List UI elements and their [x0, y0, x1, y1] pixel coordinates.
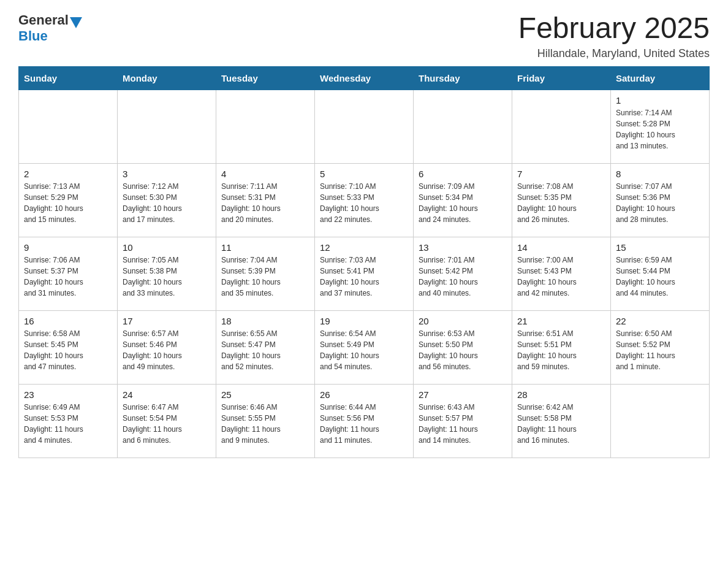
logo-general-text: General — [18, 12, 69, 28]
calendar-cell: 26Sunrise: 6:44 AMSunset: 5:56 PMDayligh… — [315, 384, 414, 458]
day-number: 1 — [616, 95, 704, 105]
calendar-week-row: 16Sunrise: 6:58 AMSunset: 5:45 PMDayligh… — [19, 310, 710, 384]
day-number: 15 — [616, 242, 704, 253]
day-number: 18 — [221, 316, 309, 326]
calendar-cell: 10Sunrise: 7:05 AMSunset: 5:38 PMDayligh… — [118, 237, 216, 310]
calendar-cell: 21Sunrise: 6:51 AMSunset: 5:51 PMDayligh… — [512, 310, 611, 384]
day-info: Sunrise: 6:59 AMSunset: 5:44 PMDaylight:… — [616, 255, 704, 299]
day-info: Sunrise: 6:51 AMSunset: 5:51 PMDaylight:… — [517, 328, 605, 372]
calendar-cell — [216, 90, 315, 163]
day-number: 19 — [320, 316, 408, 326]
calendar-cell: 19Sunrise: 6:54 AMSunset: 5:49 PMDayligh… — [315, 310, 414, 384]
day-number: 21 — [517, 316, 605, 326]
logo: General Blue — [18, 12, 83, 44]
day-info: Sunrise: 7:09 AMSunset: 5:34 PMDaylight:… — [419, 181, 507, 225]
day-number: 3 — [123, 169, 211, 179]
calendar-cell: 17Sunrise: 6:57 AMSunset: 5:46 PMDayligh… — [118, 310, 216, 384]
weekday-header-wednesday: Wednesday — [315, 66, 414, 90]
day-info: Sunrise: 6:54 AMSunset: 5:49 PMDaylight:… — [320, 328, 408, 372]
day-number: 2 — [24, 169, 112, 179]
calendar-cell — [611, 384, 710, 458]
calendar-cell — [118, 90, 216, 163]
day-info: Sunrise: 6:42 AMSunset: 5:58 PMDaylight:… — [517, 402, 605, 446]
logo-triangle-icon — [70, 17, 82, 28]
day-info: Sunrise: 6:55 AMSunset: 5:47 PMDaylight:… — [221, 328, 309, 372]
weekday-header-row: SundayMondayTuesdayWednesdayThursdayFrid… — [19, 66, 710, 90]
calendar-cell: 16Sunrise: 6:58 AMSunset: 5:45 PMDayligh… — [19, 310, 118, 384]
calendar-cell — [19, 90, 118, 163]
day-number: 17 — [123, 316, 211, 326]
day-number: 27 — [419, 389, 507, 400]
title-area: February 2025 Hillandale, Maryland, Unit… — [518, 12, 710, 60]
day-number: 22 — [616, 316, 704, 326]
calendar-body: 1Sunrise: 7:14 AMSunset: 5:28 PMDaylight… — [19, 90, 710, 458]
weekday-header-sunday: Sunday — [19, 66, 118, 90]
day-info: Sunrise: 7:08 AMSunset: 5:35 PMDaylight:… — [517, 181, 605, 225]
calendar-cell: 11Sunrise: 7:04 AMSunset: 5:39 PMDayligh… — [216, 237, 315, 310]
calendar-cell: 28Sunrise: 6:42 AMSunset: 5:58 PMDayligh… — [512, 384, 611, 458]
calendar-cell: 6Sunrise: 7:09 AMSunset: 5:34 PMDaylight… — [414, 163, 512, 237]
day-info: Sunrise: 7:11 AMSunset: 5:31 PMDaylight:… — [221, 181, 309, 225]
location-subtitle: Hillandale, Maryland, United States — [518, 47, 710, 60]
calendar-cell: 25Sunrise: 6:46 AMSunset: 5:55 PMDayligh… — [216, 384, 315, 458]
day-number: 13 — [419, 242, 507, 253]
day-info: Sunrise: 6:47 AMSunset: 5:54 PMDaylight:… — [123, 402, 211, 446]
day-info: Sunrise: 7:14 AMSunset: 5:28 PMDaylight:… — [616, 107, 704, 151]
day-info: Sunrise: 7:07 AMSunset: 5:36 PMDaylight:… — [616, 181, 704, 225]
month-title: February 2025 — [518, 12, 710, 45]
day-info: Sunrise: 6:43 AMSunset: 5:57 PMDaylight:… — [419, 402, 507, 446]
page-header: General Blue February 2025 Hillandale, M… — [18, 12, 710, 60]
calendar-cell: 14Sunrise: 7:00 AMSunset: 5:43 PMDayligh… — [512, 237, 611, 310]
day-info: Sunrise: 7:06 AMSunset: 5:37 PMDaylight:… — [24, 255, 112, 299]
calendar-cell: 2Sunrise: 7:13 AMSunset: 5:29 PMDaylight… — [19, 163, 118, 237]
logo-blue-text: Blue — [18, 28, 48, 44]
day-info: Sunrise: 6:57 AMSunset: 5:46 PMDaylight:… — [123, 328, 211, 372]
day-info: Sunrise: 6:50 AMSunset: 5:52 PMDaylight:… — [616, 328, 704, 372]
day-number: 10 — [123, 242, 211, 253]
weekday-header-thursday: Thursday — [414, 66, 512, 90]
calendar-cell: 7Sunrise: 7:08 AMSunset: 5:35 PMDaylight… — [512, 163, 611, 237]
calendar-cell: 9Sunrise: 7:06 AMSunset: 5:37 PMDaylight… — [19, 237, 118, 310]
calendar-cell: 4Sunrise: 7:11 AMSunset: 5:31 PMDaylight… — [216, 163, 315, 237]
calendar-week-row: 1Sunrise: 7:14 AMSunset: 5:28 PMDaylight… — [19, 90, 710, 163]
day-number: 6 — [419, 169, 507, 179]
day-info: Sunrise: 6:49 AMSunset: 5:53 PMDaylight:… — [24, 402, 112, 446]
day-info: Sunrise: 7:05 AMSunset: 5:38 PMDaylight:… — [123, 255, 211, 299]
day-number: 9 — [24, 242, 112, 253]
day-number: 12 — [320, 242, 408, 253]
weekday-header-friday: Friday — [512, 66, 611, 90]
day-number: 8 — [616, 169, 704, 179]
day-info: Sunrise: 7:13 AMSunset: 5:29 PMDaylight:… — [24, 181, 112, 225]
calendar-week-row: 9Sunrise: 7:06 AMSunset: 5:37 PMDaylight… — [19, 237, 710, 310]
calendar-week-row: 2Sunrise: 7:13 AMSunset: 5:29 PMDaylight… — [19, 163, 710, 237]
weekday-header-monday: Monday — [118, 66, 216, 90]
day-number: 11 — [221, 242, 309, 253]
day-number: 24 — [123, 389, 211, 400]
day-number: 20 — [419, 316, 507, 326]
day-number: 16 — [24, 316, 112, 326]
calendar-week-row: 23Sunrise: 6:49 AMSunset: 5:53 PMDayligh… — [19, 384, 710, 458]
calendar-table: SundayMondayTuesdayWednesdayThursdayFrid… — [18, 66, 710, 458]
day-info: Sunrise: 6:46 AMSunset: 5:55 PMDaylight:… — [221, 402, 309, 446]
calendar-cell — [315, 90, 414, 163]
calendar-cell: 1Sunrise: 7:14 AMSunset: 5:28 PMDaylight… — [611, 90, 710, 163]
day-info: Sunrise: 6:53 AMSunset: 5:50 PMDaylight:… — [419, 328, 507, 372]
day-number: 26 — [320, 389, 408, 400]
day-number: 23 — [24, 389, 112, 400]
calendar-cell: 13Sunrise: 7:01 AMSunset: 5:42 PMDayligh… — [414, 237, 512, 310]
calendar-cell: 22Sunrise: 6:50 AMSunset: 5:52 PMDayligh… — [611, 310, 710, 384]
calendar-cell — [512, 90, 611, 163]
day-info: Sunrise: 7:04 AMSunset: 5:39 PMDaylight:… — [221, 255, 309, 299]
calendar-cell: 8Sunrise: 7:07 AMSunset: 5:36 PMDaylight… — [611, 163, 710, 237]
day-number: 5 — [320, 169, 408, 179]
day-number: 4 — [221, 169, 309, 179]
calendar-cell: 27Sunrise: 6:43 AMSunset: 5:57 PMDayligh… — [414, 384, 512, 458]
day-info: Sunrise: 6:44 AMSunset: 5:56 PMDaylight:… — [320, 402, 408, 446]
day-info: Sunrise: 7:00 AMSunset: 5:43 PMDaylight:… — [517, 255, 605, 299]
calendar-cell: 3Sunrise: 7:12 AMSunset: 5:30 PMDaylight… — [118, 163, 216, 237]
calendar-cell: 5Sunrise: 7:10 AMSunset: 5:33 PMDaylight… — [315, 163, 414, 237]
weekday-header-saturday: Saturday — [611, 66, 710, 90]
calendar-cell: 15Sunrise: 6:59 AMSunset: 5:44 PMDayligh… — [611, 237, 710, 310]
calendar-header: SundayMondayTuesdayWednesdayThursdayFrid… — [19, 66, 710, 90]
calendar-cell: 24Sunrise: 6:47 AMSunset: 5:54 PMDayligh… — [118, 384, 216, 458]
